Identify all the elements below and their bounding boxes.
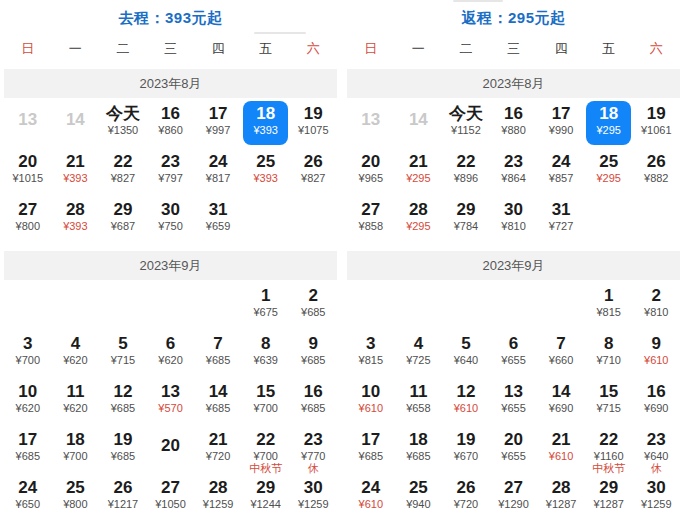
date-cell-return-27[interactable]: 27¥858 [348, 197, 394, 241]
date-price: ¥295 [586, 124, 632, 137]
date-cell-return-3[interactable]: 3¥815 [348, 331, 394, 375]
date-cell-return-13[interactable]: 13¥655 [491, 379, 537, 423]
date-cell-return-20[interactable]: 20¥965 [348, 149, 394, 193]
date-cell-return-7[interactable]: 7¥660 [538, 331, 584, 375]
date-cell-departure-25[interactable]: 25¥800 [53, 475, 99, 519]
date-cell-departure-26[interactable]: 26¥827 [290, 149, 336, 193]
date-number: 13 [5, 110, 51, 130]
date-cell-departure-17[interactable]: 17¥685 [5, 427, 51, 471]
date-cell-departure-9[interactable]: 9¥685 [290, 331, 336, 375]
date-cell-departure-29[interactable]: 中秋节29¥1244 [243, 475, 289, 519]
date-cell-return-26[interactable]: 26¥882 [633, 149, 679, 193]
date-cell-departure-13[interactable]: 13¥570 [148, 379, 194, 423]
date-cell-departure-4[interactable]: 4¥620 [53, 331, 99, 375]
date-cell-departure-12[interactable]: 12¥685 [100, 379, 146, 423]
date-cell-return-20[interactable]: 20¥655 [491, 427, 537, 471]
date-cell-departure-27[interactable]: 27¥800 [5, 197, 51, 241]
date-cell-departure-21[interactable]: 21¥393 [53, 149, 99, 193]
date-cell-departure-今天[interactable]: 今天¥1350 [100, 101, 146, 145]
date-cell-return-27[interactable]: 27¥1290 [491, 475, 537, 519]
date-cell-return-8[interactable]: 8¥710 [586, 331, 632, 375]
date-cell-departure-27[interactable]: 27¥1050 [148, 475, 194, 519]
date-cell-return-5[interactable]: 5¥640 [443, 331, 489, 375]
date-cell-return-10[interactable]: 10¥610 [348, 379, 394, 423]
date-cell-return-4[interactable]: 4¥725 [396, 331, 442, 375]
date-price: ¥1287 [586, 498, 632, 511]
date-cell-return-19[interactable]: 19¥670 [443, 427, 489, 471]
date-cell-departure-16[interactable]: 16¥860 [148, 101, 194, 145]
date-number: 10 [348, 382, 394, 402]
date-cell-return-6[interactable]: 6¥655 [491, 331, 537, 375]
date-cell-return-今天[interactable]: 今天¥1152 [443, 101, 489, 145]
date-cell-departure-10[interactable]: 10¥620 [5, 379, 51, 423]
date-cell-return-21[interactable]: 21¥610 [538, 427, 584, 471]
date-cell-departure-6[interactable]: 6¥620 [148, 331, 194, 375]
date-cell-departure-8[interactable]: 8¥639 [243, 331, 289, 375]
date-cell-departure-26[interactable]: 26¥1217 [100, 475, 146, 519]
date-cell-departure-18[interactable]: 18¥700 [53, 427, 99, 471]
date-cell-departure-21[interactable]: 21¥720 [195, 427, 241, 471]
date-cell-departure-31[interactable]: 31¥659 [195, 197, 241, 241]
date-cell-return-9[interactable]: 9¥610 [633, 331, 679, 375]
date-cell-departure-15[interactable]: 15¥700 [243, 379, 289, 423]
date-cell-return-18[interactable]: 18¥685 [396, 427, 442, 471]
date-cell-return-25[interactable]: 25¥940 [396, 475, 442, 519]
date-cell-return-1[interactable]: 1¥815 [586, 283, 632, 327]
date-cell-return-28[interactable]: 28¥295 [396, 197, 442, 241]
date-cell-departure-22[interactable]: 22¥827 [100, 149, 146, 193]
date-number: 28 [538, 478, 584, 498]
date-cell-departure-24[interactable]: 24¥650 [5, 475, 51, 519]
date-cell-departure-14[interactable]: 14¥685 [195, 379, 241, 423]
date-cell-departure-7[interactable]: 7¥685 [195, 331, 241, 375]
date-cell-departure-5[interactable]: 5¥715 [100, 331, 146, 375]
date-cell-departure-25[interactable]: 25¥393 [243, 149, 289, 193]
date-price: ¥1050 [148, 498, 194, 511]
date-cell-return-21[interactable]: 21¥295 [396, 149, 442, 193]
date-cell-return-29[interactable]: 中秋节29¥1287 [586, 475, 632, 519]
date-cell-return-14[interactable]: 14¥690 [538, 379, 584, 423]
date-cell-return-29[interactable]: 29¥784 [443, 197, 489, 241]
date-cell-return-17[interactable]: 17¥685 [348, 427, 394, 471]
date-cell-departure-2[interactable]: 2¥685 [290, 283, 336, 327]
date-cell-return-24[interactable]: 24¥610 [348, 475, 394, 519]
date-cell-return-11[interactable]: 11¥658 [396, 379, 442, 423]
date-price: ¥570 [148, 402, 194, 415]
date-cell-return-24[interactable]: 24¥857 [538, 149, 584, 193]
date-cell-departure-20[interactable]: 20 [148, 427, 194, 471]
date-cell-departure-30[interactable]: 休30¥1259 [290, 475, 336, 519]
date-price: ¥610 [538, 450, 584, 463]
date-price: ¥990 [538, 124, 584, 137]
date-cell-departure-24[interactable]: 24¥817 [195, 149, 241, 193]
date-cell-return-16[interactable]: 16¥880 [491, 101, 537, 145]
date-cell-departure-16[interactable]: 16¥685 [290, 379, 336, 423]
empty-cell [53, 283, 99, 327]
date-cell-departure-18[interactable]: 18¥393 [243, 101, 289, 145]
date-cell-return-30[interactable]: 30¥810 [491, 197, 537, 241]
date-cell-return-16[interactable]: 16¥690 [633, 379, 679, 423]
date-cell-return-31[interactable]: 31¥727 [538, 197, 584, 241]
date-cell-return-19[interactable]: 19¥1061 [633, 101, 679, 145]
date-cell-departure-11[interactable]: 11¥620 [53, 379, 99, 423]
date-cell-return-23[interactable]: 23¥864 [491, 149, 537, 193]
date-cell-return-12[interactable]: 12¥610 [443, 379, 489, 423]
date-cell-departure-29[interactable]: 29¥687 [100, 197, 146, 241]
date-cell-departure-19[interactable]: 19¥685 [100, 427, 146, 471]
date-cell-departure-19[interactable]: 19¥1075 [290, 101, 336, 145]
date-cell-return-22[interactable]: 22¥896 [443, 149, 489, 193]
date-cell-departure-28[interactable]: 28¥1259 [195, 475, 241, 519]
date-cell-departure-20[interactable]: 20¥1015 [5, 149, 51, 193]
date-cell-return-17[interactable]: 17¥990 [538, 101, 584, 145]
date-cell-return-26[interactable]: 26¥720 [443, 475, 489, 519]
date-cell-return-30[interactable]: 休30¥1259 [633, 475, 679, 519]
date-cell-departure-28[interactable]: 28¥393 [53, 197, 99, 241]
date-cell-return-28[interactable]: 28¥1287 [538, 475, 584, 519]
date-cell-departure-30[interactable]: 30¥750 [148, 197, 194, 241]
date-cell-return-15[interactable]: 15¥715 [586, 379, 632, 423]
date-cell-departure-23[interactable]: 23¥797 [148, 149, 194, 193]
date-cell-departure-3[interactable]: 3¥700 [5, 331, 51, 375]
date-cell-return-2[interactable]: 2¥810 [633, 283, 679, 327]
date-cell-return-25[interactable]: 25¥295 [586, 149, 632, 193]
date-cell-departure-1[interactable]: 1¥675 [243, 283, 289, 327]
date-cell-departure-17[interactable]: 17¥997 [195, 101, 241, 145]
date-cell-return-18[interactable]: 18¥295 [586, 101, 632, 145]
